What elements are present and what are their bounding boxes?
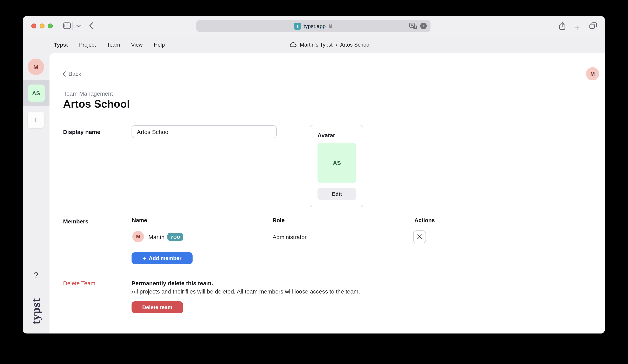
team-avatar-preview: AS [317,143,356,183]
screen: t typst.app A A [0,0,628,364]
profile-avatar[interactable]: M [586,67,599,80]
chevron-down-icon[interactable] [76,25,81,28]
breadcrumb-current: Artos School [340,41,371,48]
delete-team-button[interactable]: Delete team [132,301,183,313]
edit-avatar-button[interactable]: Edit [317,188,356,200]
svg-text:A: A [414,25,416,29]
svg-text:A: A [411,23,413,27]
back-label: Back [69,71,81,77]
back-button[interactable] [89,22,93,29]
delete-warning-description: All projects and their files will be del… [132,288,360,295]
sidebar-team-avatar[interactable]: AS [27,84,45,102]
menu-item-typst[interactable]: Typst [54,41,68,48]
translate-icon[interactable]: A A [409,22,418,29]
main-content: Back Team Management Artos School M Disp… [50,53,605,334]
more-options-icon[interactable] [420,22,427,30]
delete-warning-title: Permanently delete this team. [132,280,213,287]
back-chevron-icon [63,71,66,76]
plus-icon: + [143,255,146,262]
sidebar-user-avatar[interactable]: M [28,59,44,75]
back-link[interactable]: Back [63,71,81,77]
typst-wordmark: typst [29,298,43,324]
cloud-icon [290,42,297,47]
menu-item-project[interactable]: Project [79,41,96,48]
menu-item-help[interactable]: Help [154,41,165,48]
add-member-button[interactable]: + Add member [132,252,193,264]
member-avatar: M [132,231,144,242]
column-header-role: Role [273,217,285,223]
help-button[interactable]: ? [23,271,50,281]
you-badge: YOU [167,233,183,241]
menu-bar: Typst Project Team View Help Martin's Ty… [23,36,605,53]
share-icon[interactable] [559,22,566,30]
breadcrumb-workspace[interactable]: Martin's Typst [300,41,332,48]
page-subtitle: Team Management [64,90,113,97]
column-header-actions: Actions [414,217,435,223]
site-favicon: t [294,22,301,29]
zoom-window-button[interactable] [48,23,53,28]
remove-member-button[interactable] [413,230,426,243]
minimize-window-button[interactable] [40,23,45,28]
x-icon [417,234,422,239]
avatar-card: Avatar AS Edit [310,125,363,207]
new-tab-icon[interactable]: + [574,23,580,33]
toolbar-divider [72,22,73,30]
page-title: Artos School [63,98,130,110]
url-text: typst.app [304,23,325,29]
avatar-card-title: Avatar [317,132,335,139]
sidebar-toggle-icon[interactable] [63,22,71,29]
lock-icon [328,23,333,29]
browser-window: t typst.app A A [23,16,605,334]
display-name-label: Display name [63,129,100,135]
members-label: Members [63,218,88,225]
add-member-label: Add member [149,255,181,261]
address-bar[interactable]: t typst.app A A [196,20,430,32]
menu-item-team[interactable]: Team [107,41,120,48]
app-sidebar: M AS + ? typst [23,53,50,334]
column-header-name: Name [132,217,147,223]
breadcrumb[interactable]: Martin's Typst › Artos School [290,36,371,53]
display-name-input[interactable] [132,125,277,138]
add-team-button[interactable]: + [28,112,44,128]
table-divider [132,226,554,226]
member-name: Martin [149,234,164,240]
menu-item-view[interactable]: View [131,41,143,48]
delete-team-label: Delete Team [63,280,95,287]
member-role: Administrator [273,234,307,240]
tab-overview-icon[interactable] [589,22,597,29]
browser-toolbar: t typst.app A A [23,16,605,36]
close-window-button[interactable] [31,23,36,28]
breadcrumb-separator: › [335,41,337,48]
